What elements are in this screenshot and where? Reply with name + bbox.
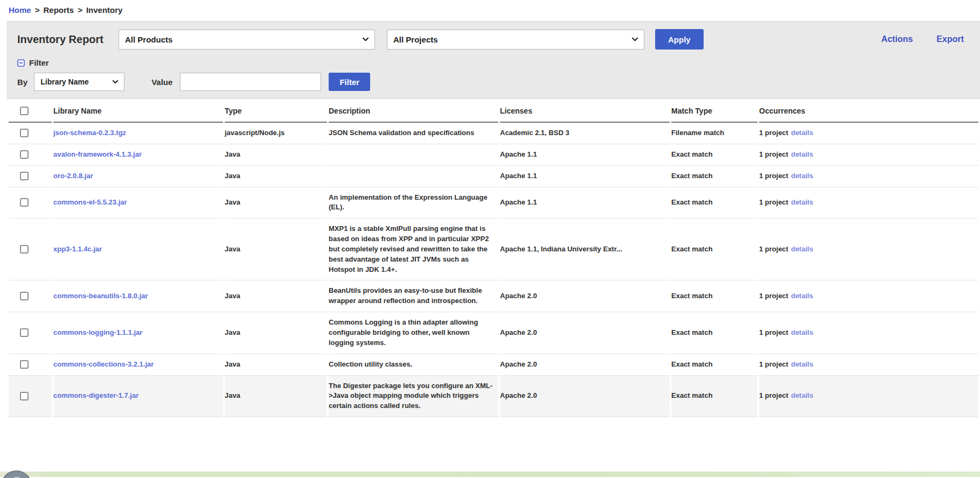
export-link[interactable]: Export	[936, 34, 964, 44]
occurrences-cell: 1 projectdetails	[759, 187, 978, 219]
occurrences-count: 1 project	[759, 328, 788, 336]
details-link[interactable]: details	[791, 198, 813, 206]
breadcrumb-separator: >	[35, 5, 40, 15]
library-link[interactable]: xpp3-1.1.4c.jar	[53, 245, 102, 253]
type-cell: javascript/Node.js	[225, 123, 327, 144]
apply-button[interactable]: Apply	[655, 29, 704, 50]
row-checkbox[interactable]	[20, 172, 29, 180]
description-cell: MXP1 is a stable XmlPull parsing engine …	[329, 219, 498, 280]
breadcrumb-home-link[interactable]: Home	[9, 5, 31, 15]
licenses-cell: Academic 2.1, BSD 3	[500, 123, 670, 144]
licenses-cell: Apache 2.0	[500, 280, 670, 312]
library-link[interactable]: oro-2.0.8.jar	[53, 172, 93, 180]
details-link[interactable]: details	[791, 360, 813, 368]
match-type-cell: Filename match	[671, 123, 757, 144]
occurrences-count: 1 project	[759, 198, 788, 206]
table-row: avalon-framework-4.1.3.jarJavaApache 1.1…	[9, 144, 978, 166]
page-title: Inventory Report	[17, 33, 103, 46]
table-row: commons-collections-3.2.1.jarJavaCollect…	[9, 354, 978, 376]
row-checkbox[interactable]	[20, 328, 29, 337]
match-type-cell: Exact match	[671, 354, 757, 376]
description-cell	[329, 166, 498, 187]
filter-collapse-icon[interactable]	[17, 59, 25, 67]
column-header-library: Library Name	[53, 99, 223, 123]
occurrences-cell: 1 projectdetails	[759, 166, 978, 187]
filter-value-input[interactable]	[180, 73, 321, 91]
row-checkbox[interactable]	[20, 292, 29, 300]
occurrences-count: 1 project	[759, 172, 788, 180]
row-checkbox[interactable]	[20, 129, 29, 137]
match-type-cell: Exact match	[671, 376, 757, 418]
library-link[interactable]: commons-digester-1.7.jar	[53, 391, 138, 399]
details-link[interactable]: details	[791, 172, 813, 180]
inventory-table: Library Name Type Description Licenses M…	[7, 99, 980, 417]
table-row: commons-digester-1.7.jarJavaThe Digester…	[9, 376, 978, 418]
occurrences-cell: 1 projectdetails	[759, 354, 978, 376]
details-link[interactable]: details	[791, 391, 813, 399]
library-link[interactable]: commons-logging-1.1.1.jar	[53, 328, 142, 336]
type-cell: Java	[225, 376, 327, 418]
select-all-checkbox[interactable]	[20, 107, 29, 115]
licenses-cell: Apache 2.0	[500, 354, 670, 376]
library-link[interactable]: commons-el-5.5.23.jar	[53, 198, 127, 206]
library-link[interactable]: commons-collections-3.2.1.jar	[53, 360, 154, 368]
row-checkbox[interactable]	[20, 150, 29, 159]
match-type-cell: Exact match	[671, 187, 757, 219]
column-header-type: Type	[225, 99, 327, 123]
row-checkbox[interactable]	[20, 245, 29, 254]
column-header-match-type: Match Type	[671, 99, 757, 123]
library-link[interactable]: commons-beanutils-1.8.0.jar	[53, 292, 148, 300]
occurrences-cell: 1 projectdetails	[759, 123, 978, 144]
description-cell: The Digester package lets you configure …	[329, 376, 498, 418]
actions-link[interactable]: Actions	[881, 34, 913, 44]
details-link[interactable]: details	[791, 245, 813, 253]
details-link[interactable]: details	[791, 129, 813, 137]
row-checkbox[interactable]	[20, 198, 29, 207]
details-link[interactable]: details	[791, 292, 813, 300]
library-link[interactable]: avalon-framework-4.1.3.jar	[53, 150, 142, 158]
table-row: oro-2.0.8.jarJavaApache 1.1Exact match1 …	[9, 166, 978, 187]
breadcrumb-separator: >	[78, 5, 82, 15]
licenses-cell: Apache 1.1	[500, 144, 670, 166]
breadcrumb-current: Inventory	[86, 5, 123, 15]
type-cell: Java	[225, 312, 327, 354]
floating-widget-glyph	[8, 475, 25, 478]
row-checkbox[interactable]	[20, 392, 29, 400]
occurrences-count: 1 project	[759, 391, 788, 399]
table-body: json-schema-0.2.3.tgzjavascript/Node.jsJ…	[9, 123, 978, 417]
type-cell: Java	[225, 280, 327, 312]
type-cell: Java	[225, 187, 327, 219]
details-link[interactable]: details	[791, 150, 813, 158]
project-filter-select[interactable]: All Projects	[387, 30, 644, 50]
match-type-cell: Exact match	[671, 280, 757, 312]
type-cell: Java	[225, 166, 327, 187]
filter-button[interactable]: Filter	[329, 73, 370, 91]
table-row: commons-logging-1.1.1.jarJavaCommons Log…	[9, 312, 978, 354]
product-filter-select[interactable]: All Products	[119, 30, 375, 50]
details-link[interactable]: details	[791, 328, 813, 336]
breadcrumb: Home>Reports>Inventory	[0, 0, 980, 15]
occurrences-cell: 1 projectdetails	[759, 280, 978, 312]
match-type-cell: Exact match	[671, 312, 757, 354]
description-cell: JSON Schema validation and specification…	[329, 123, 498, 144]
breadcrumb-reports: Reports	[43, 5, 74, 15]
row-checkbox[interactable]	[20, 360, 29, 369]
table-row: json-schema-0.2.3.tgzjavascript/Node.jsJ…	[9, 123, 978, 144]
occurrences-cell: 1 projectdetails	[759, 376, 978, 418]
description-cell: BeanUtils provides an easy-to-use but fl…	[329, 280, 498, 312]
filter-section-title: Filter	[29, 58, 49, 67]
occurrences-count: 1 project	[759, 360, 788, 368]
filter-by-select[interactable]: Library Name	[34, 73, 124, 91]
occurrences-count: 1 project	[759, 245, 788, 253]
library-link[interactable]: json-schema-0.2.3.tgz	[53, 129, 126, 137]
filter-by-label: By	[17, 78, 27, 87]
licenses-cell: Apache 1.1, Indiana University Extr...	[500, 219, 670, 280]
type-cell: Java	[225, 219, 327, 280]
match-type-cell: Exact match	[671, 219, 757, 280]
occurrences-count: 1 project	[759, 150, 788, 158]
column-header-description: Description	[329, 99, 498, 123]
table-row: xpp3-1.1.4c.jarJavaMXP1 is a stable XmlP…	[9, 219, 978, 280]
column-header-licenses: Licenses	[500, 99, 670, 123]
description-cell: An implementation of the Expression Lang…	[329, 187, 498, 219]
occurrences-cell: 1 projectdetails	[759, 219, 978, 280]
